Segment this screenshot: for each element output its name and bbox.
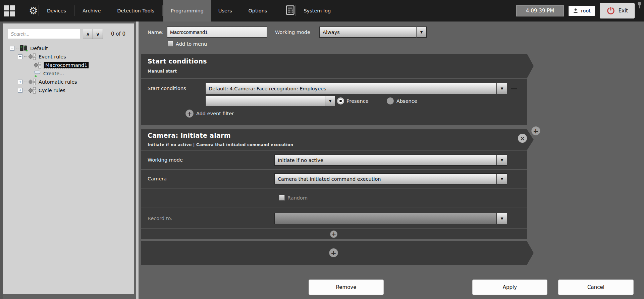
event-source-value: Default: 4.Camera: Face recognition: Emp… [205, 83, 497, 94]
chevron-down-icon[interactable]: ▼ [497, 173, 507, 184]
section-subtitle: Manual start [148, 69, 177, 74]
tree-label-selected[interactable]: Macrocommand1 [44, 62, 89, 68]
nav-separator [39, 5, 39, 16]
presence-label[interactable]: Presence [346, 98, 369, 104]
record-to-label: Record to: [148, 216, 172, 221]
rules-tree: − Default − Event rules Macrocommand1 Cr… [6, 44, 131, 94]
add-event-filter-label[interactable]: Add event filter [196, 111, 234, 116]
working-mode-label: Working mode [275, 30, 310, 35]
row-divider [141, 188, 527, 188]
current-user-button[interactable]: root [569, 6, 595, 16]
record-to-value [274, 213, 497, 224]
tree-item-cycle-rules[interactable]: + Cycle rules [18, 86, 131, 94]
tab-options[interactable]: Options [241, 0, 274, 22]
event-source-dropdown[interactable]: Default: 4.Camera: Face recognition: Emp… [205, 83, 507, 94]
remove-action-button[interactable]: × [518, 134, 527, 143]
chevron-down-icon[interactable]: ▼ [497, 155, 507, 166]
record-to-dropdown[interactable]: ▼ [274, 213, 507, 224]
remove-button[interactable]: Remove [309, 280, 384, 295]
nav-separator [240, 5, 240, 16]
start-conditions-row-label: Start conditions [148, 86, 186, 91]
server-icon [20, 45, 28, 52]
cancel-button[interactable]: Cancel [558, 280, 634, 295]
system-log-icon[interactable] [286, 5, 294, 16]
apply-button[interactable]: Apply [472, 280, 547, 295]
tree-label[interactable]: Event rules [39, 54, 66, 59]
tree-label[interactable]: Default [30, 46, 48, 51]
random-checkbox[interactable] [279, 195, 285, 201]
nav-separator [109, 5, 109, 16]
working-mode-dropdown[interactable]: Always ▼ [319, 27, 427, 38]
camera-label: Camera [148, 176, 167, 181]
expand-toggle[interactable]: + [18, 80, 22, 84]
add-event-filter-plus-icon[interactable]: + [185, 110, 194, 118]
exit-label: Exit [619, 8, 628, 14]
absence-radio[interactable] [387, 97, 394, 104]
tab-users[interactable]: Users [211, 0, 239, 22]
nav-separator [295, 5, 296, 16]
start-conditions-header: Start conditions Manual start [141, 54, 534, 78]
start-conditions-body: Start conditions Default: 4.Camera: Face… [141, 78, 527, 125]
tab-system-log[interactable]: System log [296, 0, 338, 22]
name-label: Name: [148, 30, 164, 35]
tree-item-automatic-rules[interactable]: + Automatic rules [18, 78, 131, 86]
add-action-plus-icon[interactable]: + [329, 248, 338, 257]
object-tree-panel: ∧ ∨ 0 of 0 − Default − Event rules Macro… [3, 24, 134, 294]
rule-icon [28, 87, 37, 94]
tree-label[interactable]: Cycle rules [39, 88, 65, 93]
gear-icon[interactable]: ⚙ [29, 6, 38, 16]
pin-icon[interactable] [637, 1, 642, 11]
expand-toggle[interactable]: + [18, 88, 22, 93]
action-section-header: Camera: Initiate alarm Initiate if no ac… [141, 129, 534, 150]
action-working-mode-dropdown[interactable]: Initiate if no active ▼ [274, 155, 507, 166]
action-subtitle: Initiate if no active | Camera that init… [148, 142, 293, 147]
working-mode-value: Always [319, 27, 416, 38]
add-to-menu-checkbox[interactable] [167, 41, 173, 47]
search-prev-button[interactable]: ∧ [83, 29, 93, 39]
camera-dropdown[interactable]: Camera that initiated command execution … [274, 173, 507, 184]
action-working-mode-value: Initiate if no active [274, 155, 497, 166]
user-name: root [581, 8, 591, 13]
nav-separator [162, 5, 163, 16]
tab-programming[interactable]: Programming [163, 0, 211, 22]
remove-event-filter-button[interactable] [511, 88, 517, 89]
tree-item-create[interactable]: Create... [33, 69, 131, 78]
chevron-down-icon[interactable]: ▼ [416, 27, 427, 38]
name-input[interactable] [167, 27, 267, 38]
tab-detection-tools[interactable]: Detection Tools [110, 0, 162, 22]
app-window: ⚙ Devices Archive Detection Tools Progra… [0, 0, 644, 299]
add-parameter-plus-icon[interactable]: + [330, 230, 337, 238]
vertical-scrollbar[interactable] [136, 22, 139, 299]
tree-item-event-rules[interactable]: − Event rules [18, 52, 131, 61]
random-label: Random [287, 195, 308, 201]
tree-item-default[interactable]: − Default [10, 44, 131, 52]
tab-archive[interactable]: Archive [75, 0, 108, 22]
add-action-branch-plus-icon[interactable]: + [531, 126, 540, 135]
left-edge-strip [0, 22, 3, 299]
chevron-down-icon[interactable]: ▼ [497, 213, 507, 224]
chevron-down-icon[interactable]: ▼ [325, 96, 335, 106]
nav-separator [74, 5, 74, 16]
person-icon [573, 8, 578, 13]
absence-label[interactable]: Absence [396, 98, 417, 104]
add-to-menu-label: Add to menu [176, 41, 207, 47]
action-title: Camera: Initiate alarm [148, 132, 231, 139]
tree-label[interactable]: Automatic rules [39, 79, 77, 85]
main-menu-grid-icon[interactable] [3, 5, 15, 17]
tree-label[interactable]: Create... [43, 71, 64, 76]
exit-button[interactable]: Exit [600, 3, 635, 18]
collapse-toggle[interactable]: − [18, 54, 22, 59]
row-divider [141, 228, 527, 229]
add-action-band: + [141, 241, 534, 265]
tab-devices[interactable]: Devices [40, 0, 73, 22]
chevron-down-icon[interactable]: ▼ [497, 83, 507, 94]
tree-item-macrocommand1[interactable]: Macrocommand1 [33, 61, 131, 69]
collapse-toggle[interactable]: − [10, 46, 14, 51]
event-filter-dropdown[interactable]: ▼ [205, 96, 335, 106]
presence-radio[interactable] [337, 97, 344, 104]
camera-value: Camera that initiated command execution [274, 173, 497, 184]
top-navigation-bar: ⚙ Devices Archive Detection Tools Progra… [0, 0, 644, 22]
rule-icon [28, 53, 37, 60]
search-next-button[interactable]: ∨ [93, 29, 103, 39]
search-input[interactable] [8, 29, 80, 39]
